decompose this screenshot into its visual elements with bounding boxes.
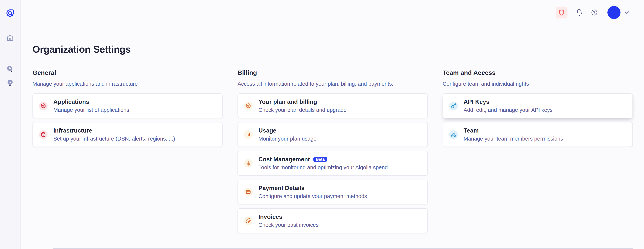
dollar-sign-icon [244, 159, 252, 168]
card-invoices[interactable]: Invoices Check your past invoices [238, 208, 428, 233]
card-title: Infrastructure [53, 127, 92, 134]
algolia-logo[interactable] [5, 8, 15, 18]
card-subtitle: Check your plan details and upgrade [258, 107, 346, 113]
sidebar-item-search[interactable] [5, 64, 15, 74]
chevron-down-icon [624, 9, 630, 16]
notifications-button[interactable] [576, 9, 583, 16]
settings-grid: General Manage your applications and inf… [32, 69, 633, 233]
key-icon [449, 102, 458, 110]
card-infrastructure[interactable]: Infrastructure Set up your infrastructur… [32, 122, 222, 147]
content: Organization Settings General Manage you… [32, 44, 633, 233]
user-avatar[interactable] [608, 6, 620, 19]
card-title: Team [464, 127, 479, 134]
sidebar-divider [4, 25, 16, 25]
bell-icon [576, 9, 583, 16]
help-circle-icon [591, 9, 598, 16]
search-magnifier-icon [6, 65, 14, 73]
home-icon [6, 34, 14, 41]
card-title: Cost Management [258, 156, 310, 163]
page-title: Organization Settings [32, 44, 633, 55]
security-shield-icon [558, 9, 565, 16]
card-cost-management[interactable]: Cost Management Beta Tools for monitorin… [238, 151, 428, 176]
database-icon [39, 130, 48, 139]
sidebar [0, 0, 20, 249]
section-billing: Billing Access all information related t… [238, 69, 428, 233]
users-icon [449, 130, 458, 139]
help-button[interactable] [591, 9, 598, 16]
card-subtitle: Check your past invoices [258, 222, 318, 228]
card-api-keys[interactable]: API Keys Add, edit, and manage your API … [443, 93, 633, 118]
card-subtitle: Monitor your plan usage [258, 136, 316, 142]
card-title: Your plan and billing [258, 98, 317, 105]
section-title: Team and Access [443, 69, 633, 76]
card-title: Invoices [258, 213, 282, 220]
package-box-icon [244, 102, 252, 110]
card-title: Payment Details [258, 185, 304, 191]
sidebar-item-home[interactable] [5, 33, 15, 43]
section-subtitle: Configure team and individual rights [443, 81, 633, 87]
bar-chart-icon [244, 130, 252, 139]
credit-card-icon [244, 188, 252, 196]
section-general: General Manage your applications and inf… [32, 69, 222, 147]
card-usage[interactable]: Usage Monitor your plan usage [238, 122, 428, 147]
section-title: Billing [238, 69, 428, 76]
card-plan-billing[interactable]: Your plan and billing Check your plan de… [238, 93, 428, 118]
card-subtitle: Manage your team members permissions [464, 136, 563, 142]
footer-divider [53, 248, 633, 249]
card-subtitle: Add, edit, and manage your API keys [464, 107, 552, 113]
beta-badge: Beta [313, 157, 328, 162]
card-title: Applications [53, 98, 89, 105]
lightbulb-flash-icon [6, 79, 14, 87]
card-team[interactable]: Team Manage your team members permission… [443, 122, 633, 147]
card-subtitle: Set up your infrastructure (DSN, alerts,… [53, 136, 175, 142]
section-subtitle: Manage your applications and infrastruct… [32, 81, 222, 87]
section-team-access: Team and Access Configure team and indiv… [443, 69, 633, 147]
section-title: General [32, 69, 222, 76]
account-menu-button[interactable] [624, 9, 630, 16]
card-payment-details[interactable]: Payment Details Configure and update you… [238, 180, 428, 204]
card-title: API Keys [464, 98, 490, 105]
paperclip-icon [244, 216, 252, 225]
card-subtitle: Tools for monitoring and optimizing your… [258, 164, 388, 171]
card-subtitle: Configure and update your payment method… [258, 193, 367, 199]
topbar [32, 0, 633, 25]
card-title: Usage [258, 127, 276, 134]
section-subtitle: Access all information related to your p… [238, 81, 428, 87]
card-applications[interactable]: Applications Manage your list of applica… [32, 93, 222, 118]
package-box-icon [39, 102, 48, 110]
security-alert-button[interactable] [556, 7, 568, 19]
sidebar-item-recommend[interactable] [5, 78, 15, 88]
main-area: Organization Settings General Manage you… [20, 0, 644, 249]
card-subtitle: Manage your list of applications [53, 107, 129, 113]
